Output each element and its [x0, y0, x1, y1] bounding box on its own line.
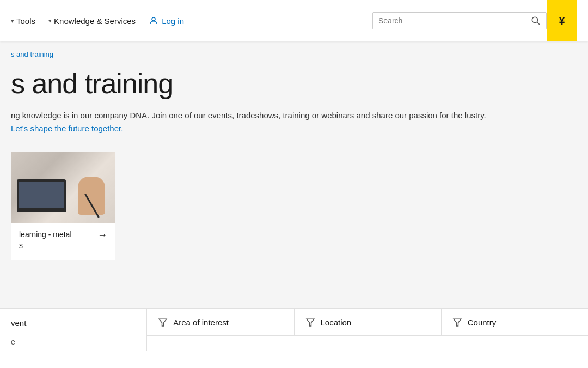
login-label: Log in	[162, 16, 184, 26]
svg-point-1	[532, 17, 538, 23]
filter-location-section[interactable]: Location	[295, 309, 442, 336]
hero-section: s and training ng knowledge is in our co…	[0, 63, 588, 271]
hand-decoration	[78, 177, 105, 215]
filter-area-section[interactable]: Area of interest	[147, 309, 294, 336]
description-text-2: lustry.	[465, 111, 486, 120]
filter-country-label: Country	[468, 318, 497, 327]
laptop-screen-decoration	[19, 182, 64, 208]
tools-label: Tools	[16, 16, 35, 26]
logo-icon: ¥	[559, 15, 565, 27]
card-image	[11, 152, 115, 223]
filter-country-header: Country	[442, 309, 588, 336]
search-input[interactable]	[378, 16, 531, 25]
logo-box[interactable]: ¥	[547, 0, 577, 41]
card-image-inner	[11, 152, 115, 223]
filter-area-header: Area of interest	[147, 309, 293, 336]
card-elearning[interactable]: learning - metal s →	[11, 152, 115, 260]
filter-country-section[interactable]: Country	[442, 309, 588, 336]
search-button[interactable]	[531, 16, 541, 26]
filter-area-icon	[158, 318, 168, 328]
description-text-1: ng knowledge is in our company DNA. Join…	[11, 111, 463, 120]
login-button[interactable]: Log in	[149, 16, 184, 26]
breadcrumb: s and training	[0, 41, 588, 63]
search-icon	[531, 16, 541, 26]
tools-menu[interactable]: ▾ Tools	[11, 16, 35, 26]
hero-description: ng knowledge is in our company DNA. Join…	[11, 109, 501, 135]
svg-marker-5	[454, 319, 461, 326]
person-icon	[149, 16, 158, 26]
filter-area-label: Area of interest	[173, 318, 229, 327]
page-title: s and training	[11, 68, 588, 99]
description-link[interactable]: Let's shape the future together.	[11, 124, 123, 133]
filter-location-icon	[305, 318, 315, 328]
navbar: ▾ Tools ▾ Knowledge & Services Log in	[0, 0, 588, 41]
tools-chevron-icon: ▾	[11, 17, 14, 25]
svg-point-0	[152, 17, 155, 21]
knowledge-label: Knowledge & Services	[54, 16, 136, 26]
navbar-right: ¥	[372, 0, 577, 41]
event-input-text: e	[11, 337, 15, 346]
card-title-line2: s	[19, 240, 72, 251]
knowledge-menu[interactable]: ▾ Knowledge & Services	[48, 16, 136, 26]
cards-row: learning - metal s →	[11, 152, 588, 260]
knowledge-chevron-icon: ▾	[48, 17, 52, 25]
card-title-line1: learning - metal	[19, 230, 72, 240]
filter-bar: vent e Area of interest Location Coun	[0, 308, 588, 368]
navbar-left: ▾ Tools ▾ Knowledge & Services Log in	[11, 16, 372, 26]
svg-marker-3	[160, 319, 167, 326]
event-label-text: vent	[11, 318, 26, 328]
laptop-decoration	[17, 179, 66, 212]
card-title: learning - metal s	[19, 230, 72, 251]
search-container	[372, 12, 547, 29]
svg-line-2	[537, 22, 540, 25]
filter-location-label: Location	[321, 318, 352, 327]
breadcrumb-link[interactable]: s and training	[11, 50, 53, 58]
svg-marker-4	[307, 319, 314, 326]
filter-event-label: vent	[0, 309, 146, 333]
card-content: learning - metal s →	[11, 223, 115, 260]
filter-event-input[interactable]: e	[0, 333, 146, 351]
filter-country-icon	[452, 318, 462, 328]
card-arrow-icon: →	[97, 230, 107, 241]
filter-event-section: vent e	[0, 309, 147, 351]
filter-location-header: Location	[295, 309, 441, 336]
